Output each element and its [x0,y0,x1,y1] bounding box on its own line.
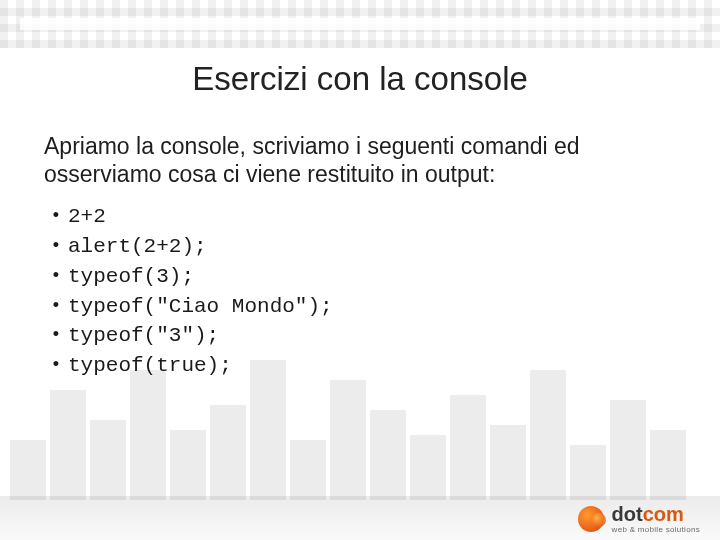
list-item: typeof("3"); [44,321,676,351]
logo-accent: com [643,503,684,525]
logo-prefix: dot [612,503,643,525]
list-item: alert(2+2); [44,232,676,262]
slide-content: Esercizi con la console Apriamo la conso… [0,0,720,381]
list-item: typeof(3); [44,262,676,292]
logo-mark-icon [578,506,604,532]
slide-intro: Apriamo la console, scriviamo i seguenti… [44,132,676,188]
list-item: typeof(true); [44,351,676,381]
list-item: 2+2 [44,202,676,232]
logo-wordmark: dotcom [612,504,700,524]
slide-title: Esercizi con la console [44,60,676,98]
brand-logo: dotcom web & mobile solutions [578,504,700,534]
list-item: typeof("Ciao Mondo"); [44,292,676,322]
code-list: 2+2 alert(2+2); typeof(3); typeof("Ciao … [44,202,676,381]
logo-tagline: web & mobile solutions [612,526,700,534]
